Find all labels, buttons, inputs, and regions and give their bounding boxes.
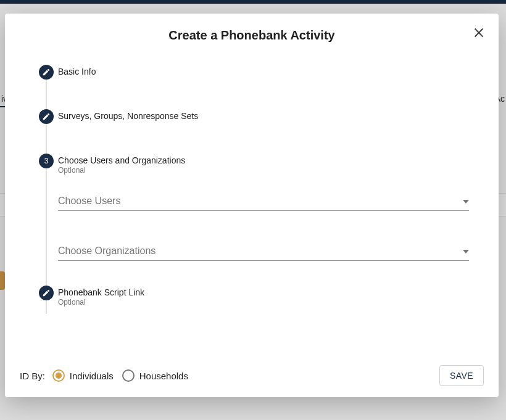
radio-label: Individuals [70,371,114,381]
modal-footer: ID By: Individuals Households SAVE [5,356,499,397]
radio-households[interactable]: Households [120,367,191,384]
step-number-icon: 3 [39,154,54,168]
radio-individuals[interactable]: Individuals [50,367,116,384]
step-surveys[interactable]: Surveys, Groups, Nonresponse Sets [35,109,469,154]
step-label: Phonebank Script Link [58,287,469,297]
close-icon [472,26,486,41]
pencil-icon [39,286,54,300]
radio-label: Households [139,371,188,381]
stepper: Basic Info Surveys, Groups, Nonresponse … [35,65,469,310]
id-by-radio-group: ID By: Individuals Households [20,367,191,384]
choose-users-select[interactable]: Choose Users [58,192,469,211]
step-label: Basic Info [58,67,469,76]
step-label: Choose Users and Organizations [58,155,469,165]
choose-organizations-select[interactable]: Choose Organizations [58,242,469,261]
modal-header: Create a Phonebank Activity [5,14,499,43]
close-button[interactable] [468,22,490,44]
id-by-label: ID By: [20,371,45,381]
step-choose-users-orgs: 3 Choose Users and Organizations Optiona… [35,154,469,286]
modal-body: Basic Info Surveys, Groups, Nonresponse … [5,43,499,356]
save-button[interactable]: SAVE [439,365,484,386]
pencil-icon [39,65,54,80]
select-placeholder: Choose Users [58,196,120,207]
select-placeholder: Choose Organizations [58,245,156,257]
step-label: Surveys, Groups, Nonresponse Sets [58,111,469,121]
step-sublabel: Optional [58,166,469,175]
radio-icon [122,369,135,382]
modal-title: Create a Phonebank Activity [20,28,484,43]
step-script-link[interactable]: Phonebank Script Link Optional [35,286,469,310]
radio-icon [52,369,65,382]
create-phonebank-modal: Create a Phonebank Activity Basic Info [5,14,499,397]
step-sublabel: Optional [58,298,469,307]
pencil-icon [39,109,54,124]
step-basic-info[interactable]: Basic Info [35,65,469,109]
